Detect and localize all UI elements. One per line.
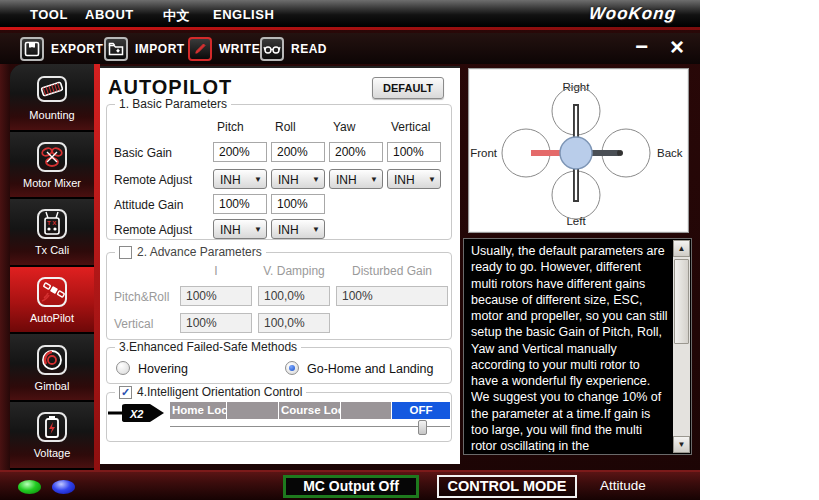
battery-icon [33,410,71,444]
diagram-label-back: Back [657,147,683,159]
menu-english[interactable]: ENGLISH [213,7,274,22]
segment-spacer [227,402,279,419]
autopilot-panel: AUTOPILOT DEFAULT 1. Basic Parameters Pi… [100,66,460,464]
read-glasses-icon [260,37,284,61]
orientation-diagram: Right Front Back Left [468,68,689,233]
select-value: INH [336,173,357,187]
screen: TOOL ABOUT 中文 ENGLISH WooKong EXPORT IMP… [0,0,819,500]
attitude-gain-roll-input[interactable] [271,194,325,214]
sidebar-label: Motor Mixer [23,177,81,189]
app-window: TOOL ABOUT 中文 ENGLISH WooKong EXPORT IMP… [0,0,700,500]
write-pencil-icon [188,37,212,61]
column-header-roll: Roll [275,120,296,134]
vertical-damping-input [258,313,330,333]
scroll-down-icon[interactable]: ▼ [673,436,690,453]
basic-gain-vertical-input[interactable] [387,142,441,162]
close-button[interactable]: × [670,36,684,58]
write-label: WRITE [219,42,260,56]
control-mode-value: Attitude [600,478,646,493]
remote-adjust2-label: Remote Adjust [114,223,192,237]
blue-led-indicator [52,480,75,494]
export-button[interactable]: EXPORT [20,36,103,62]
select-value: INH [278,173,299,187]
attitude-remote-adjust-roll-select[interactable]: INH▼ [271,219,325,239]
ioc-slider-thumb[interactable] [418,420,427,435]
select-value: INH [394,173,415,187]
sidebar-item-motor-mixer[interactable]: Motor Mixer [10,132,94,200]
advance-parameters-checkbox[interactable] [119,246,132,259]
sidebar-item-autopilot[interactable]: AutoPilot [10,267,94,335]
help-scrollbar[interactable]: ▲ ▼ [673,240,690,453]
column-header-disturbed-gain: Disturbed Gain [336,264,448,278]
export-disk-icon [20,37,44,61]
basic-gain-roll-input[interactable] [271,142,325,162]
chevron-down-icon: ▼ [312,175,320,184]
column-header-i: I [180,264,252,278]
gimbal-icon [33,343,71,377]
column-header-yaw: Yaw [333,120,355,134]
import-button[interactable]: IMPORT [104,36,185,62]
attitude-gain-pitch-input[interactable] [213,194,267,214]
satellite-icon [33,275,71,309]
sidebar: Mounting Motor Mixer T X Tx Cali AutoPil… [10,64,94,470]
go-home-radio[interactable] [285,361,299,375]
pitch-roll-disturbed-input [336,286,448,306]
remote-adjust-vertical-select[interactable]: INH▼ [387,169,441,189]
off-segment[interactable]: OFF [392,402,450,419]
remote-adjust-roll-select[interactable]: INH▼ [271,169,325,189]
scroll-thumb[interactable] [674,259,689,344]
hovering-radio[interactable] [116,361,130,375]
pitch-roll-i-input [180,286,252,306]
menu-tool[interactable]: TOOL [30,7,68,22]
attitude-gain-label: Attitude Gain [114,198,183,212]
write-button[interactable]: WRITE [188,36,260,62]
sidebar-item-tx-cali[interactable]: T X Tx Cali [10,199,94,267]
x2-badge: X2 [108,404,164,422]
remote-adjust-yaw-select[interactable]: INH▼ [329,169,383,189]
ioc-mode-bar[interactable]: Home Lock Course Lock OFF [170,402,450,419]
motor-mixer-icon [33,140,71,174]
read-button[interactable]: READ [260,36,327,62]
ioc-legend: 4.Intelligent Orientation Control [137,385,302,399]
menu-about[interactable]: ABOUT [85,7,134,22]
window-left-frame [0,64,10,470]
chevron-down-icon: ▼ [254,225,262,234]
course-lock-segment[interactable]: Course Lock [279,402,341,419]
pitch-roll-label: Pitch&Roll [114,290,169,304]
chevron-down-icon: ▼ [428,175,436,184]
sidebar-item-gimbal[interactable]: Gimbal [10,334,94,402]
vertical-label: Vertical [114,317,153,331]
page-title: AUTOPILOT [108,76,232,99]
sidebar-label: Voltage [34,447,71,459]
status-bar: MC Output Off CONTROL MODE Attitude [0,470,700,500]
ioc-slider-track[interactable] [170,426,450,429]
home-lock-segment[interactable]: Home Lock [170,402,227,419]
sidebar-item-mounting[interactable]: Mounting [10,64,94,132]
attitude-remote-adjust-pitch-select[interactable]: INH▼ [213,219,267,239]
minimize-button[interactable]: − [635,36,648,58]
sidebar-label: Mounting [29,109,74,121]
diagram-label-left: Left [566,215,586,227]
select-value: INH [278,223,299,237]
column-header-v-damping: V. Damping [258,264,330,278]
basic-gain-label: Basic Gain [114,146,172,160]
svg-text:T X: T X [47,220,56,226]
scroll-up-icon[interactable]: ▲ [673,240,690,257]
default-button[interactable]: DEFAULT [372,77,444,99]
go-home-label: Go-Home and Landing [307,362,433,376]
transmitter-icon: T X [33,207,71,241]
sidebar-item-voltage[interactable]: Voltage [10,402,94,470]
menu-chinese[interactable]: 中文 [163,7,190,25]
basic-gain-yaw-input[interactable] [329,142,383,162]
toolbar: EXPORT IMPORT WRITE READ [0,33,700,64]
basic-parameters-legend: 1. Basic Parameters [115,97,231,111]
sidebar-label: Gimbal [35,380,70,392]
basic-gain-pitch-input[interactable] [213,142,267,162]
segment-spacer [341,402,392,419]
chevron-down-icon: ▼ [312,225,320,234]
chevron-down-icon: ▼ [370,175,378,184]
ioc-checkbox[interactable]: ✓ [119,386,132,399]
remote-adjust-pitch-select[interactable]: INH▼ [213,169,267,189]
select-value: INH [220,173,241,187]
green-led-indicator [18,480,41,494]
